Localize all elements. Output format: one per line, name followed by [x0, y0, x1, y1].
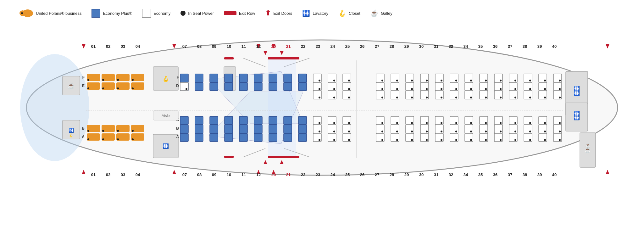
seat-D11[interactable]: [239, 82, 247, 91]
closet-icon-wrapper: 🪝: [338, 9, 346, 17]
seat-A02[interactable]: [102, 133, 115, 141]
seat-F09[interactable]: [210, 74, 218, 82]
eplus-icon-wrapper: [92, 9, 100, 18]
seat-F07[interactable]: [180, 74, 188, 82]
svg-rect-349: [210, 133, 218, 142]
hanger-icon: 🪝: [338, 9, 346, 17]
seat-E07[interactable]: [180, 82, 188, 91]
svg-rect-271: [269, 116, 277, 125]
svg-point-318: [333, 131, 335, 132]
svg-point-326: [411, 131, 413, 132]
eplus-row-F-economy[interactable]: F: [177, 74, 307, 82]
svg-rect-141: [254, 74, 262, 82]
svg-text:07: 07: [182, 44, 187, 49]
svg-rect-139: [225, 74, 233, 82]
svg-text:21: 21: [286, 44, 291, 49]
seat-B02[interactable]: [102, 125, 115, 132]
eplus-row-D[interactable]: D: [176, 82, 307, 91]
legend-closet-label: Closet: [349, 11, 360, 16]
economy-E-seats[interactable]: [313, 82, 562, 91]
lavatory-icon-wrapper: 🚻: [302, 9, 310, 17]
svg-text:23: 23: [316, 44, 320, 49]
svg-point-369: [426, 139, 428, 141]
seat-B04[interactable]: [131, 125, 144, 132]
svg-text:08: 08: [197, 172, 202, 177]
svg-text:🚻: 🚻: [574, 86, 580, 92]
economy-D-seats[interactable]: [313, 91, 562, 99]
svg-text:04: 04: [136, 44, 140, 49]
svg-point-191: [411, 88, 413, 90]
seat-B01[interactable]: [87, 125, 100, 132]
svg-point-149: [319, 80, 320, 81]
legend-economy-label: Economy: [153, 11, 170, 16]
seat-D12[interactable]: [254, 82, 262, 91]
seat-D08[interactable]: [195, 82, 203, 91]
svg-point-297: [500, 122, 502, 124]
economy-icon-wrapper: [142, 9, 151, 18]
seat-A03[interactable]: [116, 133, 130, 141]
svg-text:🚻: 🚻: [69, 128, 74, 133]
seat-B03[interactable]: [116, 125, 130, 132]
seat-F11[interactable]: [239, 74, 247, 82]
legend: United Polaris® business Economy Plus® E…: [0, 0, 644, 23]
svg-point-255: [87, 138, 89, 140]
seat-F02[interactable]: [102, 74, 115, 81]
svg-point-109: [87, 79, 89, 81]
svg-text:A: A: [82, 135, 85, 139]
seat-A04[interactable]: [131, 133, 144, 141]
svg-rect-138: [210, 74, 218, 82]
seat-D22[interactable]: [298, 82, 307, 91]
svg-text:F: F: [82, 75, 85, 80]
seat-F21[interactable]: [284, 74, 292, 82]
svg-point-115: [132, 79, 134, 81]
galley-icon-wrapper: ☕: [370, 9, 378, 17]
seat-D20[interactable]: [269, 82, 277, 91]
legend-eplus: Economy Plus®: [92, 9, 132, 18]
seat-E02[interactable]: [102, 82, 115, 90]
svg-point-363: [381, 139, 383, 141]
svg-point-219: [381, 97, 383, 98]
seat-F10[interactable]: [225, 74, 233, 82]
svg-text:25: 25: [345, 172, 350, 177]
svg-point-183: [333, 88, 335, 90]
svg-point-285: [411, 122, 413, 124]
legend-polaris-label: United Polaris® business: [36, 11, 81, 16]
seat-F20[interactable]: [269, 74, 277, 82]
svg-point-295: [485, 122, 487, 124]
svg-text:☕: ☕: [585, 143, 591, 148]
svg-point-259: [117, 138, 119, 140]
polaris-row-F[interactable]: F: [82, 74, 144, 81]
svg-point-381: [514, 139, 516, 141]
seat-A01[interactable]: [87, 133, 100, 141]
svg-point-305: [559, 122, 561, 124]
polaris-icon: [19, 9, 33, 18]
svg-point-383: [529, 139, 531, 141]
svg-text:02: 02: [106, 172, 110, 177]
eplus-row-E-economy[interactable]: [180, 82, 188, 91]
seat-F12[interactable]: [254, 74, 262, 82]
seat-D21[interactable]: [284, 82, 292, 91]
svg-point-248: [102, 130, 104, 132]
svg-point-235: [500, 97, 502, 98]
svg-point-177: [544, 80, 546, 81]
svg-text:B: B: [176, 126, 179, 131]
seat-E04[interactable]: [131, 82, 144, 90]
svg-point-301: [529, 122, 531, 124]
seat-F03[interactable]: [116, 74, 130, 81]
exitrow-icon-wrapper: [224, 11, 236, 15]
seat-D09[interactable]: [210, 82, 218, 91]
seat-E03[interactable]: [116, 82, 130, 90]
svg-point-328: [426, 131, 428, 132]
svg-point-215: [333, 97, 335, 98]
svg-point-181: [319, 88, 320, 90]
svg-text:20: 20: [271, 44, 276, 49]
seat-F08[interactable]: [195, 74, 203, 82]
seat-F01[interactable]: [87, 74, 100, 81]
seat-D10[interactable]: [225, 82, 233, 91]
seat-F04[interactable]: [131, 74, 144, 81]
svg-rect-147: [298, 74, 307, 82]
seat-E01[interactable]: [87, 82, 100, 90]
svg-point-146: [186, 88, 187, 90]
polaris-row-E[interactable]: E: [82, 82, 144, 90]
svg-text:11: 11: [242, 44, 246, 49]
